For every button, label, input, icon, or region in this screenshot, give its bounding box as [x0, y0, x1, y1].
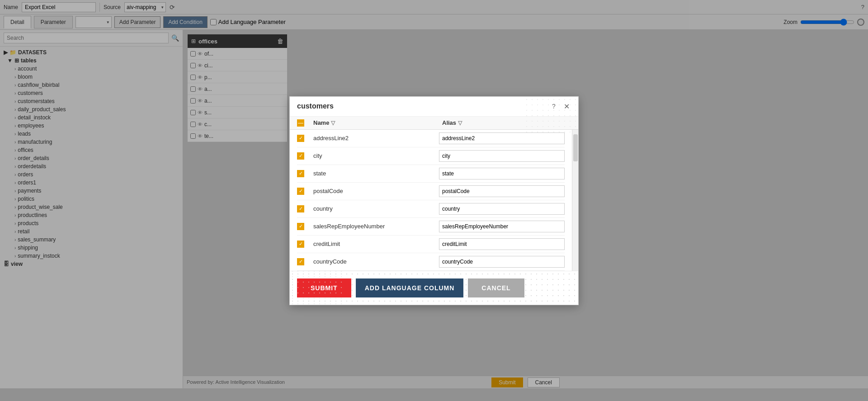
modal-overlay: customers ? ✕ — Name ▽ Alias ▽ — [0, 0, 868, 401]
row-check-salesRep: ✓ — [297, 222, 313, 230]
modal-row-city: ✓ city — [297, 147, 565, 165]
alias-column-header: Alias ▽ — [442, 119, 571, 126]
checkbox-addressLine2[interactable]: ✓ — [297, 135, 304, 142]
modal-body-wrap: ✓ addressLine2 ✓ city — [290, 130, 578, 271]
modal-row-salesRep: ✓ salesRepEmployeeNumber — [297, 218, 565, 236]
row-name-country: country — [313, 205, 439, 212]
modal-help-icon[interactable]: ? — [549, 103, 558, 110]
modal-row-country: ✓ country — [297, 200, 565, 218]
row-check-country: ✓ — [297, 205, 313, 212]
row-name-creditLimit: creditLimit — [313, 241, 439, 247]
modal-footer: SUBMIT ADD LANGUAGE COLUMN CANCEL — [290, 271, 578, 305]
modal-close-icon[interactable]: ✕ — [562, 102, 571, 111]
alias-input-state[interactable] — [439, 168, 565, 179]
customers-modal: customers ? ✕ — Name ▽ Alias ▽ — [289, 96, 579, 305]
row-check-postalCode: ✓ — [297, 187, 313, 195]
checkbox-city[interactable]: ✓ — [297, 152, 304, 160]
row-check-addressLine2: ✓ — [297, 134, 313, 142]
modal-body: ✓ addressLine2 ✓ city — [290, 130, 572, 271]
row-alias-addressLine2 — [439, 132, 565, 144]
row-alias-city — [439, 150, 565, 162]
name-filter-icon[interactable]: ▽ — [331, 120, 335, 126]
checkbox-salesRep[interactable]: ✓ — [297, 223, 304, 230]
scroll-space-top — [572, 130, 578, 133]
row-alias-salesRep — [439, 221, 565, 232]
modal-row-addressLine2: ✓ addressLine2 — [297, 130, 565, 147]
checkbox-postalCode[interactable]: ✓ — [297, 188, 304, 195]
modal-title: customers — [297, 102, 546, 110]
add-language-column-button[interactable]: ADD LANGUAGE COLUMN — [356, 278, 464, 297]
checkbox-state[interactable]: ✓ — [297, 170, 304, 177]
row-check-city: ✓ — [297, 152, 313, 160]
alias-filter-icon[interactable]: ▽ — [458, 120, 462, 126]
checkbox-country[interactable]: ✓ — [297, 205, 304, 212]
scroll-thumb[interactable] — [573, 134, 578, 161]
row-name-salesRep: salesRepEmployeeNumber — [313, 223, 439, 230]
alias-input-addressLine2[interactable] — [439, 132, 565, 144]
row-name-state: state — [313, 170, 439, 177]
modal-scrollbar[interactable] — [572, 130, 578, 271]
cancel-button[interactable]: CANCEL — [468, 278, 524, 297]
alias-input-city[interactable] — [439, 150, 565, 162]
alias-input-creditLimit[interactable] — [439, 238, 565, 250]
row-name-countryCode: countryCode — [313, 258, 439, 265]
modal-column-header: — Name ▽ Alias ▽ — [290, 117, 578, 130]
row-alias-state — [439, 168, 565, 179]
modal-row-countryCode: ✓ countryCode — [297, 253, 565, 271]
checkbox-countryCode[interactable]: ✓ — [297, 258, 304, 265]
name-column-header: Name ▽ — [313, 119, 442, 126]
name-col-label: Name — [313, 119, 329, 126]
row-name-city: city — [313, 152, 439, 159]
alias-input-salesRep[interactable] — [439, 221, 565, 232]
modal-row-state: ✓ state — [297, 165, 565, 183]
row-alias-postalCode — [439, 185, 565, 197]
alias-input-postalCode[interactable] — [439, 185, 565, 197]
row-name-addressLine2: addressLine2 — [313, 135, 439, 142]
modal-row-postalCode: ✓ postalCode — [297, 183, 565, 200]
modal-header: customers ? ✕ — [290, 97, 578, 117]
modal-row-creditLimit: ✓ creditLimit — [297, 236, 565, 253]
row-alias-countryCode — [439, 256, 565, 268]
select-all-checkbox[interactable]: — — [297, 119, 304, 127]
minus-icon: — — [298, 120, 303, 126]
row-check-countryCode: ✓ — [297, 258, 313, 265]
checkbox-creditLimit[interactable]: ✓ — [297, 241, 304, 248]
alias-col-label: Alias — [442, 119, 456, 126]
alias-input-country[interactable] — [439, 203, 565, 215]
row-alias-creditLimit — [439, 238, 565, 250]
row-name-postalCode: postalCode — [313, 188, 439, 194]
alias-input-countryCode[interactable] — [439, 256, 565, 268]
row-alias-country — [439, 203, 565, 215]
row-check-creditLimit: ✓ — [297, 240, 313, 248]
row-check-state: ✓ — [297, 170, 313, 177]
submit-button[interactable]: SUBMIT — [297, 278, 351, 297]
select-all-col: — — [297, 119, 313, 127]
